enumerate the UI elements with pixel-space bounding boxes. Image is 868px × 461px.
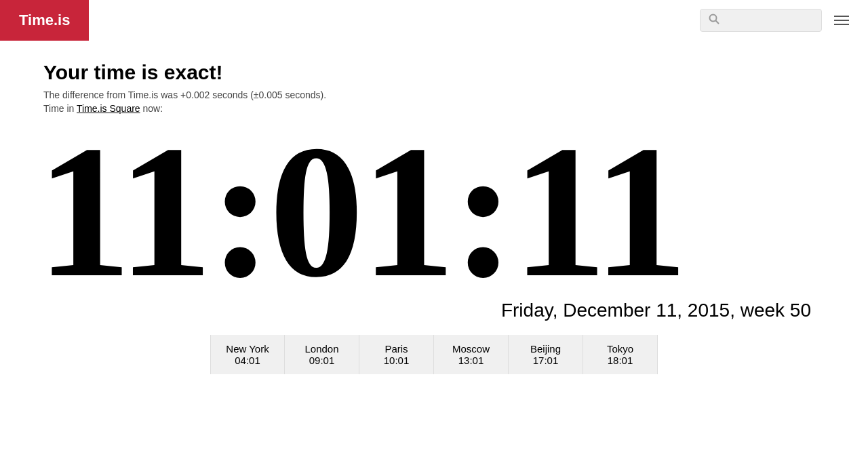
city-name: Moscow xyxy=(448,343,494,355)
header-right xyxy=(700,9,868,32)
svg-line-1 xyxy=(716,21,719,24)
city-name: Tokyo xyxy=(597,343,644,355)
city-time: 04:01 xyxy=(224,355,271,366)
city-name: London xyxy=(298,343,345,355)
city-item-moscow[interactable]: Moscow13:01 xyxy=(434,335,509,374)
search-icon xyxy=(709,14,719,27)
menu-button[interactable] xyxy=(829,10,854,31)
city-time: 10:01 xyxy=(373,355,420,366)
logo[interactable]: Time.is xyxy=(0,0,89,41)
main-content: Your time is exact! The difference from … xyxy=(0,41,868,388)
city-time: 17:01 xyxy=(522,355,569,366)
search-box xyxy=(700,9,822,32)
city-item-paris[interactable]: Paris10:01 xyxy=(359,335,434,374)
city-time: 18:01 xyxy=(597,355,644,366)
city-name: Paris xyxy=(373,343,420,355)
city-item-tokyo[interactable]: Tokyo18:01 xyxy=(583,335,658,374)
menu-bar-1 xyxy=(834,16,849,17)
city-item-new-york[interactable]: New York04:01 xyxy=(210,335,285,374)
accuracy-detail: The difference from Time.is was +0.002 s… xyxy=(43,89,825,100)
accuracy-title: Your time is exact! xyxy=(43,61,825,84)
city-time: 09:01 xyxy=(298,355,345,366)
city-time: 13:01 xyxy=(448,355,494,366)
city-item-london[interactable]: London09:01 xyxy=(285,335,359,374)
header: Time.is xyxy=(0,0,868,41)
city-item-beijing[interactable]: Beijing17:01 xyxy=(509,335,583,374)
clock-display: 11:01:11 xyxy=(37,117,825,306)
svg-point-0 xyxy=(710,15,717,22)
city-times: New York04:01London09:01Paris10:01Moscow… xyxy=(43,335,825,374)
menu-bar-3 xyxy=(834,24,849,25)
search-input[interactable] xyxy=(725,15,813,26)
city-name: New York xyxy=(224,343,271,355)
menu-bar-2 xyxy=(834,20,849,21)
city-name: Beijing xyxy=(522,343,569,355)
